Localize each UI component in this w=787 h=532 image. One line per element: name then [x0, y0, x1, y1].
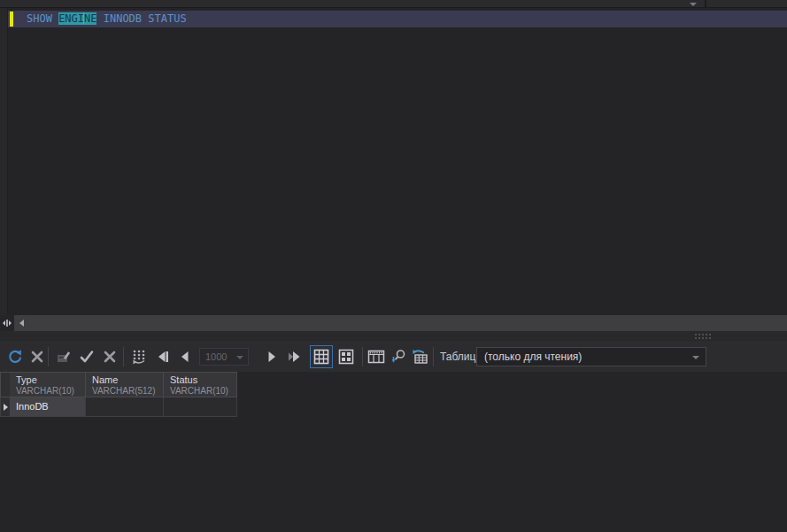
table-mode-value: (только для чтения): [484, 351, 582, 363]
column-header-name[interactable]: Name VARCHAR(512): [86, 372, 164, 397]
editor-hscroll-row: [0, 315, 787, 331]
find-data-icon: [390, 349, 406, 365]
horizontal-scrollbar[interactable]: [14, 315, 787, 331]
edit-record-button[interactable]: [54, 348, 73, 366]
chevron-down-icon: [236, 356, 243, 359]
stop-icon: [30, 350, 44, 364]
toolbar-separator: [123, 347, 124, 366]
editor-gutter: [0, 9, 8, 315]
toolbar-separator: [48, 347, 49, 366]
stop-button[interactable]: [27, 348, 47, 366]
panel-divider: [0, 331, 787, 341]
cancel-changes-button[interactable]: [100, 348, 120, 366]
cell-status[interactable]: [164, 397, 237, 417]
fetch-all-rows-icon: [130, 349, 148, 365]
fetch-all-rows-button[interactable]: [129, 348, 149, 366]
refresh-button[interactable]: [5, 348, 25, 366]
scroll-left-icon: [18, 319, 27, 328]
row-marker-icon: [3, 403, 9, 412]
splitter-icon: [2, 318, 12, 328]
column-datatype: VARCHAR(512): [92, 386, 163, 397]
column-visibility-button[interactable]: [366, 348, 386, 366]
column-header-status[interactable]: Status VARCHAR(10): [164, 372, 237, 397]
column-datatype: VARCHAR(10): [170, 386, 236, 397]
apply-changes-button[interactable]: [77, 348, 96, 366]
cancel-changes-icon: [103, 350, 117, 364]
card-view-icon: [338, 349, 354, 365]
top-strip-divider: [705, 0, 706, 8]
column-name: Type: [16, 374, 85, 386]
sql-selected-word-right: NE: [84, 12, 96, 25]
edit-record-icon: [56, 349, 72, 365]
splitter-handle[interactable]: [0, 315, 14, 331]
column-header-icon: [367, 349, 385, 365]
sql-statement[interactable]: SHOW ENGINE INNODB STATUS: [27, 11, 187, 27]
sql-selected-word-left: ENGI: [58, 12, 84, 25]
find-data-button[interactable]: [389, 348, 408, 366]
export-grid-button[interactable]: [410, 348, 429, 366]
data-toolbar: 1000: [0, 341, 787, 372]
page-size-combobox[interactable]: 1000: [199, 348, 249, 366]
card-view-toggle[interactable]: [335, 345, 358, 368]
grid-view-icon: [313, 349, 329, 365]
sql-editor[interactable]: SHOW ENGINE INNODB STATUS: [0, 9, 787, 315]
cell-type[interactable]: InnoDB: [10, 397, 86, 417]
editor-current-line[interactable]: SHOW ENGINE INNODB STATUS: [8, 11, 787, 27]
toolbar-separator: [433, 347, 434, 366]
cell-name[interactable]: [86, 397, 164, 417]
sql-keywords-tail: INNODB STATUS: [96, 12, 186, 25]
app-window: SHOW ENGINE INNODB STATUS: [0, 0, 787, 532]
chevron-down-icon: [692, 356, 699, 359]
prev-page-icon: [178, 349, 194, 365]
last-page-icon: [286, 349, 302, 365]
chevron-down-icon[interactable]: [690, 3, 697, 6]
grip-dots-icon[interactable]: [694, 333, 712, 340]
column-datatype: VARCHAR(10): [16, 386, 85, 397]
first-page-icon: [155, 349, 171, 365]
page-size-value: 1000: [205, 351, 227, 362]
table-mode-combobox[interactable]: (только для чтения): [476, 347, 706, 366]
toolbar-separator: [362, 347, 363, 366]
next-page-icon: [263, 349, 279, 365]
window-top-strip: [0, 0, 787, 8]
scroll-left-button[interactable]: [14, 315, 30, 331]
column-name: Name: [92, 374, 163, 386]
sql-keyword-show: SHOW: [27, 12, 58, 25]
export-grid-icon: [411, 349, 428, 365]
first-page-button[interactable]: [153, 348, 173, 366]
column-header-type[interactable]: Type VARCHAR(10): [10, 372, 86, 397]
column-name: Status: [170, 374, 236, 386]
next-page-button[interactable]: [261, 348, 281, 366]
refresh-icon: [7, 349, 23, 365]
prev-page-button[interactable]: [176, 348, 196, 366]
apply-changes-icon: [79, 349, 95, 365]
last-page-button[interactable]: [284, 348, 304, 366]
grid-view-toggle[interactable]: [310, 345, 333, 368]
table-mode-label: Таблица: [440, 351, 482, 363]
changed-line-indicator: [10, 12, 13, 27]
